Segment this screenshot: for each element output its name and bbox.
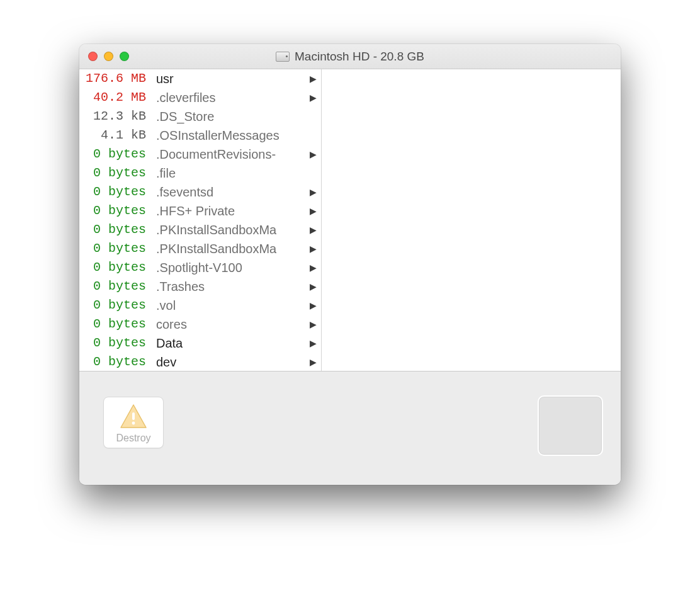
list-item[interactable]: 0 bytes.HFS+ Private▶ bbox=[79, 201, 321, 220]
item-size: 0 bytes bbox=[79, 315, 150, 334]
list-item[interactable]: 0 bytes.PKInstallSandboxMa▶ bbox=[79, 220, 321, 239]
content-area: 176.6 MBusr▶40.2 MB.cleverfiles▶12.3 kB.… bbox=[79, 69, 621, 372]
item-size: 0 bytes bbox=[79, 334, 150, 353]
destroy-button[interactable]: Destroy bbox=[103, 397, 164, 448]
item-name: .PKInstallSandboxMa bbox=[150, 239, 308, 258]
footer-toolbar: Destroy bbox=[79, 372, 621, 485]
item-size: 0 bytes bbox=[79, 296, 150, 315]
item-name: .DocumentRevisions- bbox=[150, 145, 308, 164]
item-name: .file bbox=[150, 164, 308, 183]
item-size: 12.3 kB bbox=[79, 107, 150, 126]
item-size: 0 bytes bbox=[79, 164, 150, 183]
list-item[interactable]: 0 bytes.vol▶ bbox=[79, 296, 321, 315]
warning-icon bbox=[118, 402, 149, 430]
chevron-right-icon: ▶ bbox=[308, 88, 317, 107]
list-item[interactable]: 4.1 kB.OSInstallerMessages bbox=[79, 126, 321, 145]
chevron-right-icon: ▶ bbox=[308, 201, 317, 220]
item-size: 4.1 kB bbox=[79, 126, 150, 145]
item-name: .HFS+ Private bbox=[150, 201, 308, 220]
item-name: Data bbox=[150, 334, 308, 353]
minimize-button[interactable] bbox=[104, 52, 113, 61]
chevron-right-icon: ▶ bbox=[308, 258, 317, 277]
item-size: 0 bytes bbox=[79, 353, 150, 371]
chevron-right-icon: ▶ bbox=[308, 277, 317, 296]
item-size: 0 bytes bbox=[79, 258, 150, 277]
item-name: cores bbox=[150, 315, 308, 334]
list-item[interactable]: 0 bytes.Trashes▶ bbox=[79, 277, 321, 296]
list-item[interactable]: 0 bytes.PKInstallSandboxMa▶ bbox=[79, 239, 321, 258]
list-item[interactable]: 0 bytesData▶ bbox=[79, 334, 321, 353]
item-name: .Trashes bbox=[150, 277, 308, 296]
zoom-button[interactable] bbox=[120, 52, 129, 61]
item-name: .fseventsd bbox=[150, 183, 308, 201]
list-item[interactable]: 12.3 kB.DS_Store bbox=[79, 107, 321, 126]
chevron-right-icon: ▶ bbox=[308, 315, 317, 334]
item-name: .PKInstallSandboxMa bbox=[150, 220, 308, 239]
item-size: 0 bytes bbox=[79, 183, 150, 201]
preview-box[interactable] bbox=[538, 395, 603, 456]
item-size: 0 bytes bbox=[79, 220, 150, 239]
item-size: 176.6 MB bbox=[79, 69, 150, 88]
item-name: .cleverfiles bbox=[150, 88, 308, 107]
list-item[interactable]: 176.6 MBusr▶ bbox=[79, 69, 321, 88]
window-title-text: Macintosh HD - 20.8 GB bbox=[295, 50, 424, 64]
chevron-right-icon: ▶ bbox=[308, 183, 317, 201]
item-size: 0 bytes bbox=[79, 277, 150, 296]
item-size: 40.2 MB bbox=[79, 88, 150, 107]
app-window: Macintosh HD - 20.8 GB 176.6 MBusr▶40.2 … bbox=[79, 44, 621, 485]
list-item[interactable]: 40.2 MB.cleverfiles▶ bbox=[79, 88, 321, 107]
item-name: usr bbox=[150, 69, 308, 88]
destroy-button-label: Destroy bbox=[108, 433, 159, 444]
svg-point-1 bbox=[132, 422, 135, 425]
item-name: .vol bbox=[150, 296, 308, 315]
list-item[interactable]: 0 bytescores▶ bbox=[79, 315, 321, 334]
item-name: .Spotlight-V100 bbox=[150, 258, 308, 277]
close-button[interactable] bbox=[88, 52, 98, 61]
file-list-column[interactable]: 176.6 MBusr▶40.2 MB.cleverfiles▶12.3 kB.… bbox=[79, 69, 322, 371]
item-name: .OSInstallerMessages bbox=[150, 126, 308, 145]
list-item[interactable]: 0 bytes.file bbox=[79, 164, 321, 183]
traffic-lights bbox=[79, 52, 129, 61]
list-item[interactable]: 0 bytes.Spotlight-V100▶ bbox=[79, 258, 321, 277]
chevron-right-icon: ▶ bbox=[308, 145, 317, 164]
chevron-right-icon: ▶ bbox=[308, 334, 317, 353]
item-name: dev bbox=[150, 353, 308, 371]
item-size: 0 bytes bbox=[79, 145, 150, 164]
titlebar[interactable]: Macintosh HD - 20.8 GB bbox=[79, 44, 621, 69]
chevron-right-icon: ▶ bbox=[308, 353, 317, 371]
chevron-right-icon: ▶ bbox=[308, 296, 317, 315]
chevron-right-icon: ▶ bbox=[308, 69, 317, 88]
chevron-right-icon: ▶ bbox=[308, 220, 317, 239]
chevron-right-icon: ▶ bbox=[308, 239, 317, 258]
hard-drive-icon bbox=[276, 52, 290, 62]
svg-rect-0 bbox=[132, 412, 135, 420]
item-size: 0 bytes bbox=[79, 239, 150, 258]
detail-column bbox=[322, 69, 621, 371]
list-item[interactable]: 0 bytes.DocumentRevisions-▶ bbox=[79, 145, 321, 164]
item-name: .DS_Store bbox=[150, 107, 308, 126]
window-title: Macintosh HD - 20.8 GB bbox=[79, 50, 621, 64]
list-item[interactable]: 0 bytesdev▶ bbox=[79, 353, 321, 371]
item-size: 0 bytes bbox=[79, 201, 150, 220]
list-item[interactable]: 0 bytes.fseventsd▶ bbox=[79, 183, 321, 201]
